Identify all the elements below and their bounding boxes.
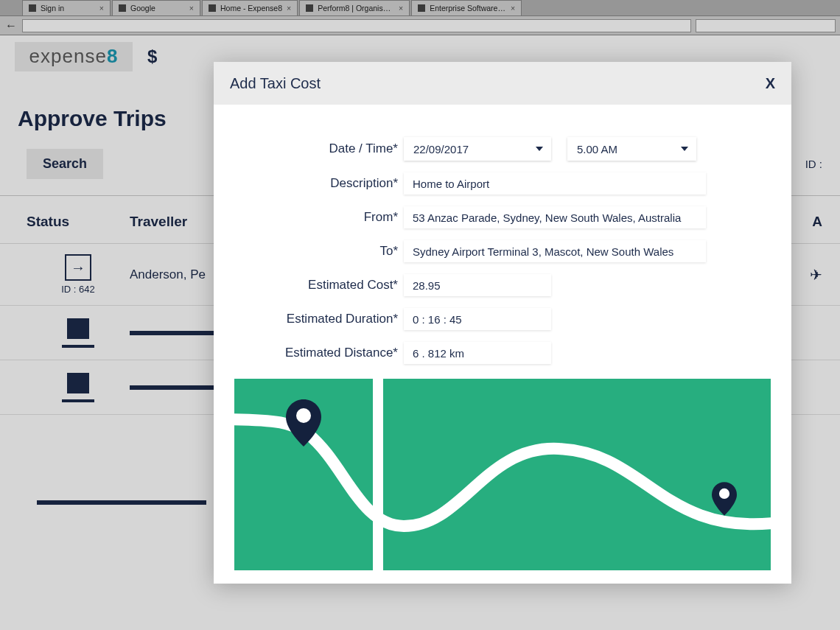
logo-text: expense bbox=[29, 45, 107, 68]
form-row-datetime: Date / Time* 22/09/2017 5.00 AM bbox=[234, 137, 771, 161]
form-row-description: Description* Home to Airport bbox=[234, 172, 771, 195]
modal-close-button[interactable]: X bbox=[766, 75, 775, 92]
tab-favicon bbox=[119, 4, 126, 12]
browser-tabs: Sign in× Google× Home - Expense8× Perfor… bbox=[0, 0, 840, 16]
status-underline bbox=[62, 345, 94, 348]
route-map bbox=[234, 379, 771, 570]
column-status: Status bbox=[27, 214, 130, 230]
duration-input[interactable]: 0 : 16 : 45 bbox=[404, 308, 551, 330]
tab-label: Enterprise Software as a Ser... bbox=[430, 4, 506, 13]
tab-favicon bbox=[418, 4, 425, 12]
status-cell bbox=[27, 318, 130, 348]
add-taxi-cost-modal: Add Taxi Cost X Date / Time* 22/09/2017 … bbox=[214, 62, 791, 584]
url-input[interactable] bbox=[22, 19, 691, 32]
modal-header: Add Taxi Cost X bbox=[214, 62, 791, 105]
status-block-icon bbox=[67, 373, 89, 393]
search-input[interactable] bbox=[696, 19, 836, 32]
date-value: 22/09/2017 bbox=[413, 143, 469, 155]
status-cell: → ID : 642 bbox=[27, 254, 130, 295]
app-logo: expense8 bbox=[15, 42, 133, 71]
description-input[interactable]: Home to Airport bbox=[404, 172, 706, 195]
time-select[interactable]: 5.00 AM bbox=[567, 137, 696, 161]
tab-label: Perform8 | Organisational Im bbox=[318, 4, 394, 13]
to-input[interactable]: Sydney Airport Terminal 3, Mascot, New S… bbox=[404, 240, 706, 262]
placeholder-bar bbox=[130, 331, 218, 335]
back-button[interactable]: ← bbox=[4, 19, 18, 32]
time-value: 5.00 AM bbox=[577, 143, 617, 155]
tab-close-icon[interactable]: × bbox=[99, 4, 104, 13]
browser-chrome: Sign in× Google× Home - Expense8× Perfor… bbox=[0, 0, 840, 35]
column-right: A bbox=[812, 214, 822, 230]
chevron-down-icon bbox=[536, 147, 543, 151]
distance-input[interactable]: 6 . 812 km bbox=[404, 342, 551, 364]
browser-tab[interactable]: Sign in× bbox=[22, 0, 111, 15]
tab-favicon bbox=[209, 4, 216, 12]
tab-favicon bbox=[306, 4, 313, 12]
tab-favicon bbox=[29, 4, 36, 12]
placeholder-bar bbox=[130, 385, 218, 390]
form-row-to: To* Sydney Airport Terminal 3, Mascot, N… bbox=[234, 240, 771, 262]
label-from: From* bbox=[234, 210, 404, 225]
tab-close-icon[interactable]: × bbox=[287, 4, 291, 13]
tab-label: Google bbox=[130, 4, 185, 13]
label-datetime: Date / Time* bbox=[234, 141, 404, 156]
tab-label: Home - Expense8 bbox=[220, 4, 282, 13]
id-label: ID : bbox=[805, 158, 822, 170]
status-cell bbox=[27, 373, 130, 402]
label-duration: Estimated Duration* bbox=[234, 312, 404, 326]
svg-point-1 bbox=[719, 489, 729, 499]
tab-close-icon[interactable]: × bbox=[399, 4, 403, 13]
modal-title: Add Taxi Cost bbox=[230, 75, 321, 92]
currency-icon: $ bbox=[147, 46, 157, 67]
tab-close-icon[interactable]: × bbox=[189, 4, 194, 13]
label-cost: Estimated Cost* bbox=[234, 278, 404, 293]
placeholder-bottom-bar bbox=[37, 500, 206, 505]
label-to: To* bbox=[234, 244, 404, 259]
tab-close-icon[interactable]: × bbox=[511, 4, 515, 13]
browser-tab[interactable]: Perform8 | Organisational Im× bbox=[299, 0, 410, 15]
svg-point-0 bbox=[296, 408, 311, 423]
browser-tab[interactable]: Google× bbox=[112, 0, 200, 15]
from-input[interactable]: 53 Anzac Parade, Sydney, New South Wales… bbox=[404, 206, 706, 228]
chevron-down-icon bbox=[681, 147, 688, 151]
logo-suffix: 8 bbox=[107, 45, 118, 68]
search-button[interactable]: Search bbox=[27, 149, 103, 179]
form-row-from: From* 53 Anzac Parade, Sydney, New South… bbox=[234, 206, 771, 228]
row-id: ID : 642 bbox=[61, 284, 95, 295]
modal-body: Date / Time* 22/09/2017 5.00 AM Descript… bbox=[214, 105, 791, 584]
browser-navbar: ← bbox=[0, 16, 840, 35]
cost-input[interactable]: 28.95 bbox=[404, 274, 551, 296]
form-row-duration: Estimated Duration* 0 : 16 : 45 bbox=[234, 308, 771, 330]
status-block-icon bbox=[67, 318, 89, 339]
form-row-cost: Estimated Cost* 28.95 bbox=[234, 274, 771, 296]
status-arrow-icon: → bbox=[65, 254, 91, 281]
status-underline bbox=[62, 399, 94, 402]
form-row-distance: Estimated Distance* 6 . 812 km bbox=[234, 342, 771, 364]
tab-label: Sign in bbox=[41, 4, 95, 13]
browser-tab[interactable]: Enterprise Software as a Ser...× bbox=[411, 0, 522, 15]
plane-icon: ✈ bbox=[810, 266, 822, 284]
label-distance: Estimated Distance* bbox=[234, 346, 404, 360]
browser-tab[interactable]: Home - Expense8× bbox=[202, 0, 298, 15]
label-description: Description* bbox=[234, 176, 404, 191]
date-select[interactable]: 22/09/2017 bbox=[404, 137, 551, 161]
